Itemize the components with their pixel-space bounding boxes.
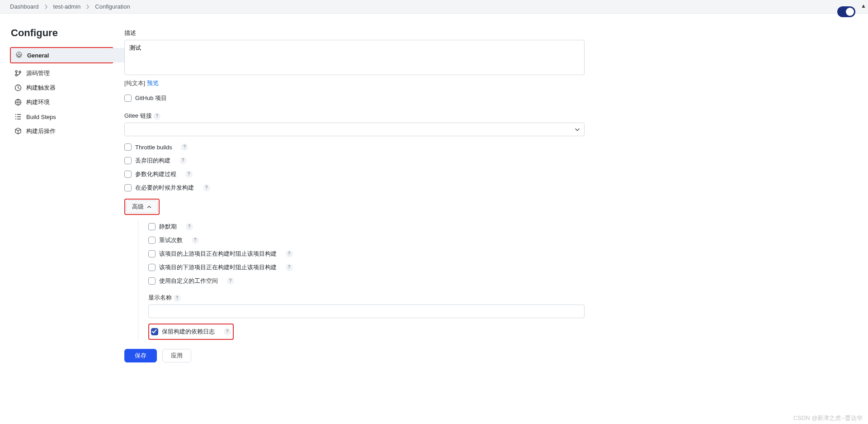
cube-icon bbox=[14, 128, 22, 135]
help-icon[interactable]: ? bbox=[286, 250, 293, 257]
breadcrumb-item[interactable]: Dashboard bbox=[10, 3, 39, 10]
advanced-section: 静默期 ? 重试次数 ? 该项目的上游项目正在构建时阻止该项目构建 ? 该项目的… bbox=[138, 220, 585, 340]
keep-dep-log-checkbox[interactable] bbox=[151, 328, 158, 335]
help-icon[interactable]: ? bbox=[185, 171, 193, 178]
help-icon[interactable]: ? bbox=[224, 328, 231, 335]
keep-dep-log-label: 保留构建的依赖日志 bbox=[162, 328, 215, 336]
sidebar: Configure General 源码管理 构建触发器 构建环境 Build … bbox=[10, 14, 113, 372]
sidebar-item-label: 构建后操作 bbox=[26, 127, 56, 135]
save-button[interactable]: 保存 bbox=[124, 349, 157, 362]
help-icon[interactable]: ? bbox=[153, 113, 160, 120]
sidebar-item-label: General bbox=[27, 52, 49, 59]
sidebar-item-label: 源码管理 bbox=[26, 69, 50, 77]
svg-point-1 bbox=[15, 74, 17, 76]
sidebar-item-env[interactable]: 构建环境 bbox=[10, 95, 113, 110]
help-icon[interactable]: ? bbox=[181, 143, 188, 151]
parameterize-checkbox[interactable] bbox=[124, 171, 132, 178]
description-input[interactable] bbox=[124, 40, 585, 75]
breadcrumb: Dashboard test-admin Configuration bbox=[0, 0, 868, 14]
chevron-down-icon bbox=[574, 126, 580, 133]
watermark-text: CSDN @新津之虎--曹达华 bbox=[793, 414, 863, 422]
sidebar-item-label: Build Steps bbox=[26, 114, 56, 120]
preview-link[interactable]: 预览 bbox=[147, 80, 159, 86]
throttle-label: Throttle builds bbox=[135, 144, 172, 151]
breadcrumb-item[interactable]: test-admin bbox=[53, 3, 81, 10]
help-icon[interactable]: ? bbox=[174, 295, 181, 302]
custom-workspace-checkbox[interactable] bbox=[148, 277, 156, 285]
custom-workspace-label: 使用自定义的工作空间 bbox=[159, 277, 218, 285]
sidebar-item-label: 构建环境 bbox=[26, 98, 50, 106]
description-label: 描述 bbox=[124, 29, 585, 37]
quiet-period-label: 静默期 bbox=[159, 223, 177, 231]
sidebar-item-build-steps[interactable]: Build Steps bbox=[10, 110, 113, 124]
help-icon[interactable]: ? bbox=[203, 184, 210, 191]
sidebar-item-scm[interactable]: 源码管理 bbox=[10, 66, 113, 81]
text-format-label: [纯文本] bbox=[124, 80, 145, 86]
chevron-right-icon bbox=[85, 4, 90, 10]
block-upstream-checkbox[interactable] bbox=[148, 250, 156, 257]
discard-old-label: 丢弃旧的构建 bbox=[135, 157, 170, 165]
help-icon[interactable]: ? bbox=[179, 157, 187, 164]
svg-point-0 bbox=[15, 71, 17, 72]
gear-icon bbox=[15, 52, 23, 59]
chevron-right-icon bbox=[43, 4, 49, 10]
gitee-link-label: Gitee 链接 ? bbox=[124, 112, 585, 120]
sidebar-title: Configure bbox=[11, 27, 113, 39]
retry-label: 重试次数 bbox=[159, 236, 183, 244]
svg-point-2 bbox=[19, 71, 21, 73]
block-downstream-label: 该项目的下游项目正在构建时阻止该项目构建 bbox=[159, 263, 277, 272]
globe-icon bbox=[14, 99, 22, 106]
steps-icon bbox=[14, 113, 22, 120]
block-downstream-checkbox[interactable] bbox=[148, 264, 156, 271]
highlight-advanced: 高级 bbox=[124, 199, 160, 215]
chevron-up-icon bbox=[146, 204, 152, 210]
help-icon[interactable]: ? bbox=[286, 264, 293, 271]
help-icon[interactable]: ? bbox=[192, 237, 199, 244]
github-project-checkbox[interactable] bbox=[124, 95, 132, 102]
gitee-link-select[interactable] bbox=[124, 123, 585, 136]
sidebar-item-post[interactable]: 构建后操作 bbox=[10, 124, 113, 138]
main-content: General 描述 [纯文本] 预览 GitHub 项目 Gitee 链接 ?… bbox=[124, 14, 868, 372]
help-icon[interactable]: ? bbox=[186, 223, 193, 230]
display-name-input[interactable] bbox=[148, 305, 585, 318]
discard-old-checkbox[interactable] bbox=[124, 157, 132, 164]
block-upstream-label: 该项目的上游项目正在构建时阻止该项目构建 bbox=[159, 250, 277, 258]
sidebar-item-label: 构建触发器 bbox=[26, 84, 56, 92]
highlight-general: General bbox=[10, 47, 113, 63]
throttle-checkbox[interactable] bbox=[124, 143, 132, 151]
sidebar-item-general[interactable]: General bbox=[11, 48, 113, 62]
sidebar-item-triggers[interactable]: 构建触发器 bbox=[10, 81, 113, 95]
highlight-keep-log: 保留构建的依赖日志 ? bbox=[148, 324, 234, 340]
display-name-label: 显示名称 bbox=[148, 294, 172, 301]
quiet-period-checkbox[interactable] bbox=[148, 223, 156, 230]
apply-button[interactable]: 应用 bbox=[162, 349, 191, 362]
branch-icon bbox=[14, 70, 22, 77]
concurrent-checkbox[interactable] bbox=[124, 184, 132, 191]
retry-checkbox[interactable] bbox=[148, 237, 156, 244]
advanced-toggle-button[interactable]: 高级 bbox=[126, 200, 158, 213]
github-project-label: GitHub 项目 bbox=[135, 94, 167, 102]
breadcrumb-item-current: Configuration bbox=[95, 3, 130, 10]
help-icon[interactable]: ? bbox=[227, 277, 234, 285]
parameterize-label: 参数化构建过程 bbox=[135, 170, 176, 178]
concurrent-label: 在必要的时候并发构建 bbox=[135, 184, 194, 192]
clock-icon bbox=[14, 84, 22, 91]
